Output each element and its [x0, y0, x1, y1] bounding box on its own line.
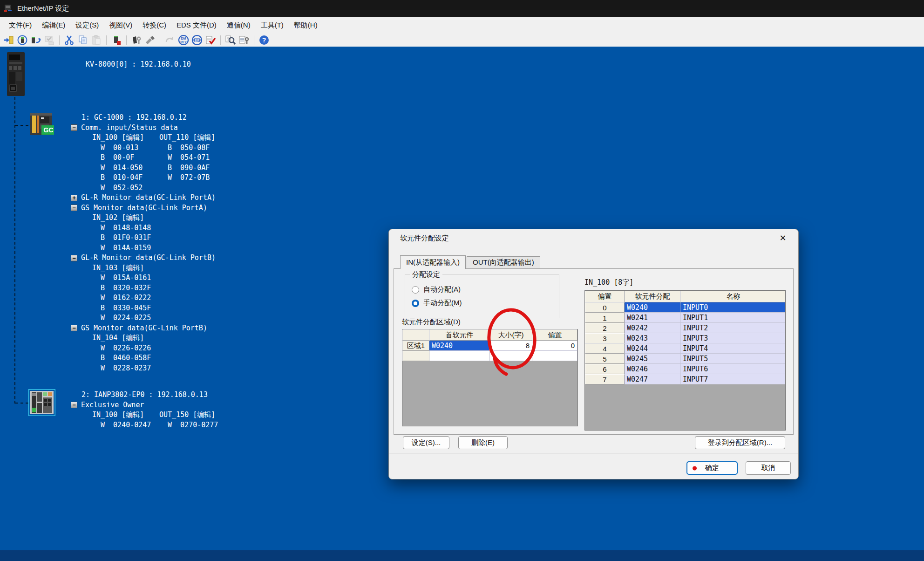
sd-settings-icon[interactable]: [130, 34, 143, 46]
monitor-icon[interactable]: [16, 34, 28, 46]
unit-transfer-icon[interactable]: [30, 34, 42, 46]
empty-cell[interactable]: [402, 351, 429, 361]
device-cell[interactable]: W0240: [625, 302, 680, 313]
tree-refresh-label[interactable]: IN_104 [编辑]: [92, 334, 144, 342]
table-row-empty[interactable]: [402, 351, 578, 361]
menu-item[interactable]: 编辑(E): [37, 18, 70, 33]
menu-item[interactable]: 文件(F): [4, 18, 37, 33]
collapse-minus-icon[interactable]: −: [71, 325, 77, 331]
name-cell[interactable]: INPUT6: [680, 364, 786, 374]
cut-icon[interactable]: [63, 34, 75, 46]
collapse-minus-icon[interactable]: −: [71, 255, 77, 261]
device-cell[interactable]: W0245: [625, 354, 680, 364]
menu-item[interactable]: 设定(S): [70, 18, 104, 33]
row-header[interactable]: 区域1: [402, 341, 429, 351]
menu-item[interactable]: 转换(C): [137, 18, 171, 33]
menu-item[interactable]: EDS 文件(D): [171, 18, 222, 33]
name-cell[interactable]: INPUT0: [680, 302, 786, 313]
name-cell[interactable]: INPUT5: [680, 354, 786, 364]
offset-row-header[interactable]: 6: [585, 364, 625, 374]
table-row[interactable]: 4W0244INPUT4: [585, 343, 785, 354]
tree-node-group[interactable]: −GL-R Monitor data(GC-Link PortB): [71, 253, 216, 263]
device-cell[interactable]: W0246: [625, 364, 680, 374]
name-cell[interactable]: INPUT7: [680, 374, 786, 384]
tree-node-group[interactable]: +GL-R Monitor data(GC-Link PortA): [71, 193, 216, 203]
collapse-minus-icon[interactable]: −: [71, 402, 77, 408]
check-doc-icon[interactable]: [204, 34, 217, 46]
tree-node-adapter-title[interactable]: 2: IANP3802-EP0 : 192.168.0.13: [71, 390, 218, 400]
device-cell[interactable]: W0243: [625, 333, 680, 343]
name-cell[interactable]: INPUT3: [680, 333, 786, 343]
device-cell[interactable]: W0244: [625, 343, 680, 354]
register-area-button[interactable]: 登录到分配区域(R)...: [695, 436, 785, 449]
eip-icon[interactable]: EIP: [191, 34, 203, 46]
offset-row-header[interactable]: 2: [585, 323, 625, 333]
tree-refresh-label[interactable]: IN_103 [编辑]: [92, 264, 144, 272]
transfer-icon[interactable]: [3, 34, 15, 46]
tree-node-refresh-headers[interactable]: IN_102 [编辑]: [71, 213, 216, 223]
table-row[interactable]: 0W0240INPUT0: [585, 302, 785, 313]
cancel-button[interactable]: 取消: [746, 461, 791, 475]
add-unit-icon[interactable]: [110, 34, 122, 46]
name-cell[interactable]: INPUT4: [680, 343, 786, 354]
tree-node-group[interactable]: −Comm. input/Status data: [71, 123, 216, 133]
table-row[interactable]: 1W0241INPUT1: [585, 313, 785, 323]
name-cell[interactable]: INPUT1: [680, 313, 786, 323]
tree-node-refresh-headers[interactable]: IN_104 [编辑]: [71, 333, 216, 343]
size-cell[interactable]: 8: [489, 341, 532, 351]
device-cell[interactable]: W0240: [429, 341, 489, 351]
table-row[interactable]: 区域1W024080: [402, 341, 578, 351]
adapter-2-image[interactable]: [28, 389, 55, 416]
offset-row-header[interactable]: 0: [585, 302, 625, 313]
radio-auto-allocation[interactable]: 自动分配(A): [412, 285, 461, 294]
empty-cell[interactable]: [532, 351, 578, 361]
tab-in[interactable]: IN(从适配器输入): [400, 255, 466, 269]
device-cell[interactable]: W0242: [625, 323, 680, 333]
tree-node-group[interactable]: −GS Monitor data(GC-Link PortB): [71, 323, 216, 334]
list-settings-icon[interactable]: [238, 34, 250, 46]
collapse-minus-icon[interactable]: −: [71, 205, 77, 211]
tree-refresh-label[interactable]: IN_100 [编辑]: [92, 133, 159, 143]
tree-node-adapter-title[interactable]: 1: GC-1000 : 192.168.0.12: [71, 113, 216, 123]
offset-row-header[interactable]: 4: [585, 343, 625, 354]
radio-circle-icon[interactable]: [412, 300, 419, 307]
menu-item[interactable]: 工具(T): [256, 18, 289, 33]
tree-node-refresh-headers[interactable]: IN_100 [编辑]OUT_150 [编辑]: [71, 410, 218, 420]
device-cell[interactable]: W0247: [625, 374, 680, 384]
table-row[interactable]: 6W0246INPUT6: [585, 364, 785, 374]
offset-cell[interactable]: 0: [532, 341, 578, 351]
verify-icon[interactable]: [43, 34, 55, 46]
assignment-table[interactable]: 偏置软元件分配名称0W0240INPUT01W0241INPUT12W0242I…: [584, 290, 786, 431]
menu-item[interactable]: 通信(N): [222, 18, 256, 33]
radio-manual-allocation[interactable]: 手动分配(M): [412, 299, 462, 308]
paste-icon[interactable]: [90, 34, 102, 46]
tree-refresh-label[interactable]: IN_102 [编辑]: [92, 213, 144, 222]
tree-node-refresh-headers[interactable]: IN_100 [编辑]OUT_110 [编辑]: [71, 133, 216, 143]
offset-row-header[interactable]: 5: [585, 354, 625, 364]
menu-item[interactable]: 帮助(H): [289, 18, 323, 33]
help-icon[interactable]: ?: [258, 34, 270, 46]
adapter-1-image[interactable]: GC: [29, 112, 54, 136]
set-button[interactable]: 设定(S)...: [403, 436, 449, 449]
tree-node-plc[interactable]: KV-8000[0] : 192.168.0.10: [86, 60, 191, 70]
find-icon[interactable]: [224, 34, 237, 46]
empty-cell[interactable]: [429, 351, 489, 361]
offset-row-header[interactable]: 1: [585, 313, 625, 323]
empty-cell[interactable]: [489, 351, 532, 361]
tree-node-refresh-headers[interactable]: IN_103 [编辑]: [71, 263, 216, 274]
offset-row-header[interactable]: 7: [585, 374, 625, 384]
tree-refresh-label[interactable]: OUT_150 [编辑]: [159, 410, 215, 419]
clear-icon[interactable]: [144, 34, 156, 46]
plc-unit-image[interactable]: [7, 52, 25, 96]
menu-item[interactable]: 视图(V): [104, 18, 137, 33]
expand-plus-icon[interactable]: +: [71, 195, 77, 201]
ok-button[interactable]: 确定: [686, 461, 738, 475]
device-area-table[interactable]: 首软元件大小(字)偏置区域1W024080: [402, 329, 578, 426]
device-cell[interactable]: W0241: [625, 313, 680, 323]
tree-refresh-label[interactable]: OUT_110 [编辑]: [159, 133, 215, 142]
table-row[interactable]: 2W0242INPUT2: [585, 323, 785, 333]
dm-rly-icon[interactable]: DM RLY: [177, 34, 190, 46]
copy-icon[interactable]: [77, 34, 89, 46]
redo-icon[interactable]: [164, 34, 176, 46]
delete-button[interactable]: 删除(E): [458, 436, 508, 449]
